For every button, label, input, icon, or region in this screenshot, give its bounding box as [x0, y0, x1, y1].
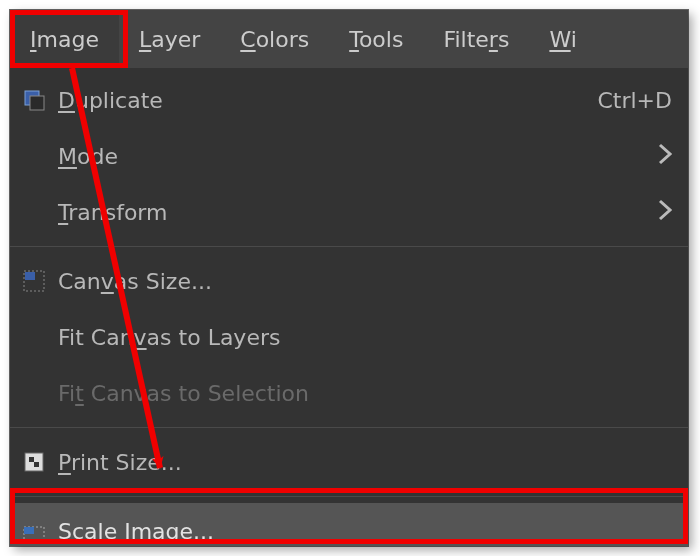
menubar-image[interactable]: Image	[10, 10, 119, 68]
menu-label: Fit Canvas to Selection	[54, 381, 672, 406]
chevron-right-icon	[638, 143, 672, 170]
menu-label: Print Size...	[54, 450, 672, 475]
empty-icon	[14, 373, 54, 413]
svg-rect-5	[29, 457, 34, 462]
print-icon	[14, 442, 54, 482]
menubar-layer[interactable]: Layer	[119, 10, 220, 68]
menu-separator	[10, 427, 688, 428]
menubar-tools[interactable]: Tools	[329, 10, 423, 68]
duplicate-icon	[14, 80, 54, 120]
menu-print-size[interactable]: Print Size...	[10, 434, 688, 490]
menu-separator	[10, 246, 688, 247]
empty-icon	[14, 136, 54, 176]
menu-separator	[10, 496, 688, 497]
app-frame: Image Layer Colors Tools Filters Wi Dup	[10, 10, 688, 546]
menu-transform[interactable]: Transform	[10, 184, 688, 240]
empty-icon	[14, 192, 54, 232]
canvas-icon	[14, 261, 54, 301]
menubar: Image Layer Colors Tools Filters Wi	[10, 10, 688, 68]
menu-mode[interactable]: Mode	[10, 128, 688, 184]
menubar-filters[interactable]: Filters	[423, 10, 529, 68]
svg-rect-3	[25, 272, 35, 280]
scale-icon	[14, 511, 54, 546]
svg-rect-8	[24, 527, 34, 534]
menu-accel: Ctrl+D	[577, 88, 672, 113]
menu-scale-image[interactable]: Scale Image...	[10, 503, 688, 546]
menu-label: Scale Image...	[54, 519, 672, 544]
menu-label: Mode	[54, 144, 638, 169]
chevron-right-icon	[638, 199, 672, 226]
menu-fit-canvas-layers[interactable]: Fit Canvas to Layers	[10, 309, 688, 365]
image-menu: Duplicate Ctrl+D Mode Transform	[10, 68, 688, 546]
menu-canvas-size[interactable]: Canvas Size...	[10, 253, 688, 309]
menu-label: Duplicate	[54, 88, 577, 113]
empty-icon	[14, 317, 54, 357]
menu-label: Transform	[54, 200, 638, 225]
menubar-windows[interactable]: Wi	[529, 10, 576, 68]
menu-label: Fit Canvas to Layers	[54, 325, 672, 350]
svg-rect-1	[30, 96, 44, 110]
menu-label: Canvas Size...	[54, 269, 672, 294]
menu-fit-canvas-selection: Fit Canvas to Selection	[10, 365, 688, 421]
menu-duplicate[interactable]: Duplicate Ctrl+D	[10, 72, 688, 128]
svg-rect-6	[34, 462, 39, 467]
menubar-colors[interactable]: Colors	[220, 10, 329, 68]
